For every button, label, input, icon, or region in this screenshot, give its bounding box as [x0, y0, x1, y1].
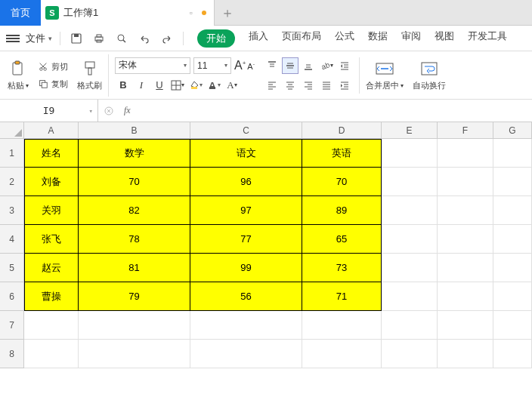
indent-decrease-button[interactable]	[336, 57, 353, 74]
col-header-F[interactable]: F	[438, 122, 493, 139]
select-all-corner[interactable]	[0, 122, 24, 139]
cell[interactable]	[302, 311, 382, 340]
cell[interactable]	[190, 311, 302, 340]
tab-insert[interactable]: 插入	[249, 29, 268, 48]
cell[interactable]: 97	[190, 196, 302, 225]
cell[interactable]	[438, 254, 493, 282]
align-left-button[interactable]	[264, 77, 280, 94]
cell[interactable]	[493, 311, 532, 340]
row-header[interactable]: 3	[0, 196, 24, 225]
row-header[interactable]: 6	[0, 282, 24, 311]
cell[interactable]: 姓名	[24, 139, 79, 168]
tab-page-layout[interactable]: 页面布局	[282, 29, 321, 48]
cell[interactable]: 56	[190, 282, 302, 311]
format-painter-group[interactable]: 格式刷	[74, 54, 109, 97]
tab-formula[interactable]: 公式	[335, 29, 354, 48]
cell[interactable]	[382, 168, 438, 196]
cell[interactable]: 78	[79, 225, 190, 254]
cell[interactable]	[382, 139, 438, 168]
col-header-E[interactable]: E	[382, 122, 438, 139]
cell[interactable]	[438, 225, 493, 254]
formula-input[interactable]	[135, 100, 532, 122]
justify-button[interactable]	[318, 77, 335, 94]
cell[interactable]	[24, 340, 79, 368]
cell[interactable]: 刘备	[24, 168, 79, 196]
cell[interactable]	[79, 311, 190, 340]
col-header-D[interactable]: D	[302, 122, 382, 139]
cell[interactable]: 65	[302, 225, 382, 254]
cell[interactable]: 82	[79, 196, 190, 225]
fx-icon[interactable]: fx	[124, 105, 131, 116]
cell[interactable]: 70	[79, 168, 190, 196]
cell[interactable]: 99	[190, 254, 302, 282]
bold-button[interactable]: B	[115, 77, 131, 94]
row-header[interactable]: 7	[0, 311, 24, 340]
cell[interactable]: 张飞	[24, 225, 79, 254]
font-color-button[interactable]: A▾	[206, 77, 222, 94]
font-shrink-icon[interactable]: A-	[247, 61, 255, 71]
cell[interactable]: 数学	[79, 139, 190, 168]
cell[interactable]: 73	[302, 254, 382, 282]
align-right-button[interactable]	[300, 77, 317, 94]
hamburger-icon[interactable]	[6, 33, 20, 44]
cell[interactable]	[302, 340, 382, 368]
cell[interactable]: 89	[302, 196, 382, 225]
cell[interactable]: 96	[190, 168, 302, 196]
row-header[interactable]: 4	[0, 225, 24, 254]
tab-dev[interactable]: 开发工具	[468, 29, 507, 48]
copy-button[interactable]: 复制	[35, 77, 71, 91]
home-tab[interactable]: 首页	[0, 0, 41, 26]
cell[interactable]	[382, 340, 438, 368]
name-box[interactable]: I9 ▾	[0, 100, 98, 122]
cell[interactable]: 77	[190, 225, 302, 254]
save-icon[interactable]	[68, 30, 85, 47]
tab-data[interactable]: 数据	[368, 29, 388, 48]
font-grow-shrink[interactable]: A+ A-	[234, 59, 255, 72]
orientation-button[interactable]: ab▾	[318, 57, 335, 74]
indent-increase-button[interactable]	[336, 77, 353, 94]
col-header-B[interactable]: B	[79, 122, 190, 139]
font-grow-icon[interactable]: A+	[234, 59, 246, 72]
fx-cancel-icon[interactable]	[98, 106, 119, 116]
print-icon[interactable]	[91, 30, 107, 47]
tab-view[interactable]: 视图	[435, 29, 454, 48]
cell[interactable]	[382, 311, 438, 340]
cell[interactable]	[79, 340, 190, 368]
cell[interactable]: 79	[79, 282, 190, 311]
cell[interactable]	[493, 168, 532, 196]
cell[interactable]	[438, 311, 493, 340]
preview-icon[interactable]	[113, 30, 130, 47]
cell[interactable]	[493, 340, 532, 368]
border-button[interactable]: ▾	[169, 77, 186, 94]
tab-start[interactable]: 开始	[197, 29, 235, 48]
paste-group[interactable]: 粘贴▾	[5, 54, 32, 97]
cell[interactable]	[438, 139, 493, 168]
new-tab-button[interactable]: ＋	[215, 0, 240, 26]
cell[interactable]: 赵云	[24, 254, 79, 282]
cell[interactable]: 70	[302, 168, 382, 196]
row-header[interactable]: 8	[0, 340, 24, 368]
align-center-button[interactable]	[282, 77, 298, 94]
cell[interactable]	[493, 139, 532, 168]
cell[interactable]: 81	[79, 254, 190, 282]
redo-icon[interactable]	[159, 30, 175, 47]
font-size-select[interactable]: 11 ▾	[193, 57, 231, 74]
align-bottom-button[interactable]	[300, 57, 317, 74]
cell[interactable]: 语文	[190, 139, 302, 168]
row-header[interactable]: 5	[0, 254, 24, 282]
cell[interactable]: 71	[302, 282, 382, 311]
cell[interactable]: 关羽	[24, 196, 79, 225]
cell[interactable]	[438, 340, 493, 368]
row-header[interactable]: 1	[0, 139, 24, 168]
align-middle-button[interactable]	[282, 57, 298, 74]
cell[interactable]	[24, 311, 79, 340]
spreadsheet-grid[interactable]: A B C D E F G 1 姓名 数学 语文 英语 2 刘备 70 96 7…	[0, 122, 532, 368]
tab-menu-icon[interactable]: ▫	[190, 8, 193, 18]
cell[interactable]: 曹操	[24, 282, 79, 311]
auto-wrap-group[interactable]: 自动换行	[410, 54, 449, 97]
font-name-select[interactable]: 宋体 ▾	[115, 57, 190, 74]
italic-button[interactable]: I	[133, 77, 150, 94]
cell[interactable]	[190, 340, 302, 368]
tab-review[interactable]: 审阅	[401, 29, 421, 48]
cell[interactable]	[493, 196, 532, 225]
